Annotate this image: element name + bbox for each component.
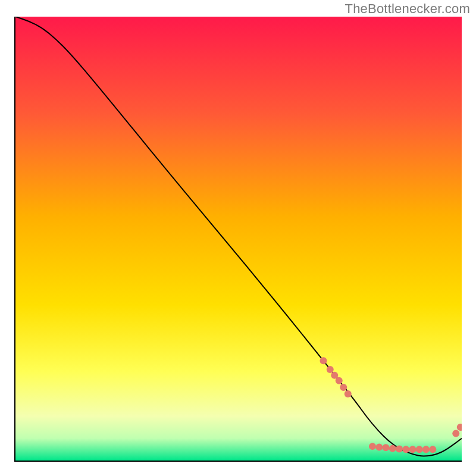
data-point (409, 446, 416, 453)
data-point (320, 357, 327, 364)
data-point (345, 390, 352, 397)
data-point (422, 446, 430, 453)
data-point (336, 377, 343, 384)
data-point (452, 430, 459, 437)
watermark-text: TheBottlenecker.com (345, 1, 470, 17)
data-point (429, 446, 436, 453)
chart-scatter-points (15, 17, 462, 461)
data-point (369, 443, 376, 450)
data-point (327, 366, 334, 373)
data-point (340, 384, 347, 391)
data-point (416, 446, 423, 453)
data-point (457, 424, 462, 431)
data-point (383, 444, 390, 451)
data-point (402, 446, 409, 453)
data-point (389, 445, 396, 452)
data-point (375, 444, 383, 451)
data-point (396, 446, 403, 453)
